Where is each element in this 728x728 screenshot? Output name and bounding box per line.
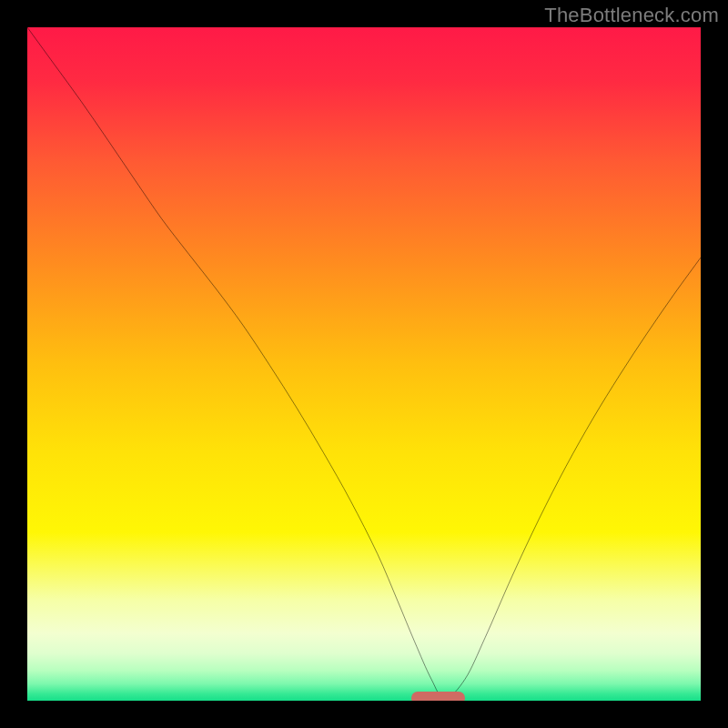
plot-area — [27, 27, 701, 701]
chart-frame: TheBottleneck.com — [0, 0, 728, 728]
bottleneck-curve — [27, 27, 701, 699]
watermark-text: TheBottleneck.com — [544, 4, 719, 27]
curve-layer — [27, 27, 701, 701]
optimal-range-marker — [411, 692, 465, 701]
